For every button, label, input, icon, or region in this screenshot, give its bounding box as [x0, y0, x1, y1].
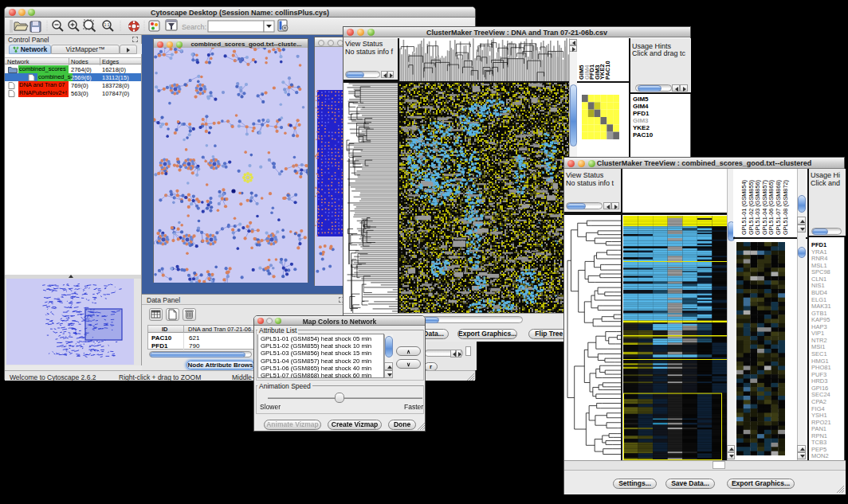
svg-text:Search:: Search:	[182, 23, 206, 31]
svg-text:GPL51-08 (GSM872): GPL51-08 (GSM872)	[782, 180, 789, 235]
svg-text:PAC10: PAC10	[604, 61, 611, 80]
svg-text:1:1: 1:1	[104, 22, 110, 27]
